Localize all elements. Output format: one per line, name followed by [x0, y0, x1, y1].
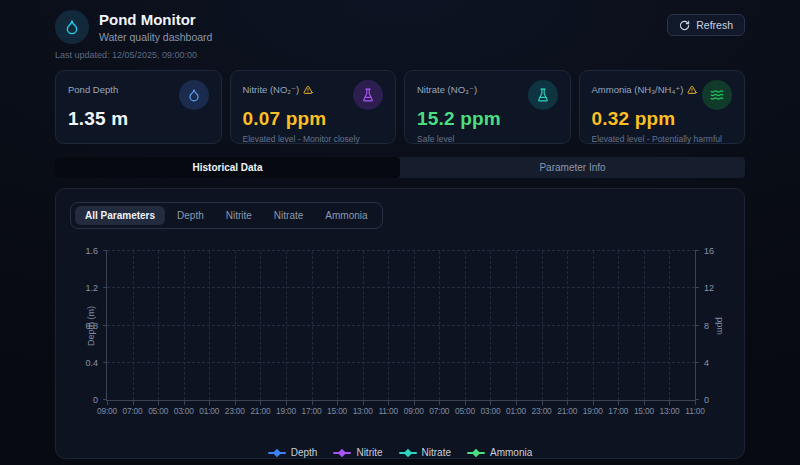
x-axis-tick [567, 400, 568, 405]
refresh-button[interactable]: Refresh [667, 14, 745, 36]
x-axis-tick-label: 07:00 [429, 406, 449, 416]
legend-item-nitrate[interactable]: Nitrate [399, 447, 451, 458]
x-axis-tick-label: 11:00 [685, 406, 704, 416]
x-axis-tick [439, 400, 440, 405]
line-chart: Depth (m) ppm 00.40.81.21.6048121609:000… [70, 243, 730, 423]
filter-nitrate[interactable]: Nitrate [264, 206, 313, 225]
x-axis-tick-label: 05:00 [148, 406, 168, 416]
card-value: 0.32 ppm [592, 108, 733, 130]
y-axis-left-tick-label: 0.8 [85, 321, 98, 331]
gridline-vertical [235, 251, 236, 400]
x-axis-tick-label: 17:00 [302, 406, 322, 416]
warning-triangle-icon [687, 85, 697, 95]
x-axis-tick [516, 400, 517, 405]
refresh-label: Refresh [696, 19, 733, 31]
plot-area: Depth (m) ppm 00.40.81.21.6048121609:000… [106, 251, 696, 401]
x-axis-tick [695, 400, 696, 405]
y-axis-tick [695, 325, 699, 326]
refresh-icon [679, 20, 690, 31]
x-axis-tick [644, 400, 645, 405]
historical-data-panel: All Parameters Depth Nitrite Nitrate Amm… [55, 188, 745, 459]
last-updated-text: Last updated: 12/05/2025, 09:00:00 [55, 50, 745, 60]
y-axis-right-tick-label: 16 [704, 246, 714, 256]
gridline-vertical [260, 251, 261, 400]
x-axis-tick-label: 09:00 [404, 406, 424, 416]
x-axis-tick [235, 400, 236, 405]
y-axis-tick [695, 250, 699, 251]
x-axis-tick-label: 19:00 [583, 406, 603, 416]
legend-item-depth[interactable]: Depth [268, 447, 318, 458]
legend-marker [268, 449, 286, 457]
filter-depth[interactable]: Depth [167, 206, 214, 225]
gridline-vertical [209, 251, 210, 400]
y-axis-tick [103, 287, 107, 288]
x-axis-tick-label: 15:00 [634, 406, 654, 416]
gridline-vertical [184, 251, 185, 400]
card-nitrate: Nitrate (NO₃⁻) 15.2 ppm Safe level [404, 70, 571, 144]
x-axis-tick [337, 400, 338, 405]
x-axis-tick [209, 400, 210, 405]
y-axis-tick [695, 362, 699, 363]
header: Pond Monitor Water quality dashboard Las… [55, 10, 745, 60]
tab-historical-data[interactable]: Historical Data [55, 157, 400, 178]
gridline-vertical [133, 251, 134, 400]
card-value: 1.35 m [68, 108, 209, 130]
flask-icon [528, 80, 558, 110]
app-logo-droplet-icon [55, 10, 89, 44]
x-axis-tick [286, 400, 287, 405]
card-ammonia: Ammonia (NH₃/NH₄⁺) 0.32 ppm Elevated lev… [579, 70, 746, 144]
y-axis-right-tick-label: 0 [704, 395, 709, 405]
gridline-vertical [644, 251, 645, 400]
card-value: 15.2 ppm [417, 108, 558, 130]
filter-nitrite[interactable]: Nitrite [216, 206, 262, 225]
x-axis-tick [542, 400, 543, 405]
parameter-filter-group: All Parameters Depth Nitrite Nitrate Amm… [70, 202, 383, 229]
x-axis-tick [107, 400, 108, 405]
x-axis-tick-label: 21:00 [557, 406, 577, 416]
y-axis-left-tick-label: 0.4 [85, 358, 98, 368]
x-axis-tick-label: 15:00 [327, 406, 347, 416]
legend-marker [467, 449, 485, 457]
card-status: Elevated level - Potentially harmful [592, 134, 733, 144]
gridline-vertical [669, 251, 670, 400]
gridline-vertical [593, 251, 594, 400]
card-status: Safe level [417, 134, 558, 144]
y-axis-left-tick-label: 1.6 [85, 246, 98, 256]
card-pond-depth: Pond Depth 1.35 m [55, 70, 222, 144]
gridline-vertical [542, 251, 543, 400]
gridline-vertical [388, 251, 389, 400]
gridline-horizontal [107, 287, 695, 288]
x-axis-tick-label: 09:00 [97, 406, 117, 416]
x-axis-tick [388, 400, 389, 405]
y-axis-left-tick-label: 1.2 [85, 283, 98, 293]
page-title: Pond Monitor [99, 11, 212, 28]
gridline-vertical [490, 251, 491, 400]
x-axis-tick-label: 19:00 [276, 406, 296, 416]
card-label: Nitrite (NO₂⁻) [243, 80, 314, 95]
x-axis-tick-label: 03:00 [174, 406, 194, 416]
x-axis-tick [618, 400, 619, 405]
x-axis-tick [363, 400, 364, 405]
card-label: Nitrate (NO₃⁻) [417, 80, 477, 95]
x-axis-tick-label: 11:00 [379, 406, 398, 416]
filter-ammonia[interactable]: Ammonia [315, 206, 377, 225]
filter-all-parameters[interactable]: All Parameters [75, 206, 165, 225]
legend-marker [399, 449, 417, 457]
y-axis-tick [103, 325, 107, 326]
gridline-vertical [337, 251, 338, 400]
x-axis-tick-label: 07:00 [123, 406, 143, 416]
y-axis-right-tick-label: 12 [704, 283, 714, 293]
gridline-vertical [439, 251, 440, 400]
y-axis-right-tick-label: 8 [704, 321, 709, 331]
waves-icon [702, 80, 732, 110]
x-axis-tick [669, 400, 670, 405]
legend-item-ammonia[interactable]: Ammonia [467, 447, 532, 458]
tab-parameter-info[interactable]: Parameter Info [400, 157, 745, 178]
card-status: Elevated level - Monitor closely [243, 134, 384, 144]
gridline-vertical [158, 251, 159, 400]
view-tabs: Historical Data Parameter Info [55, 157, 745, 178]
y-axis-right-tick-label: 4 [704, 358, 709, 368]
gridline-vertical [618, 251, 619, 400]
legend-item-nitrite[interactable]: Nitrite [333, 447, 382, 458]
x-axis-tick-label: 01:00 [199, 406, 219, 416]
